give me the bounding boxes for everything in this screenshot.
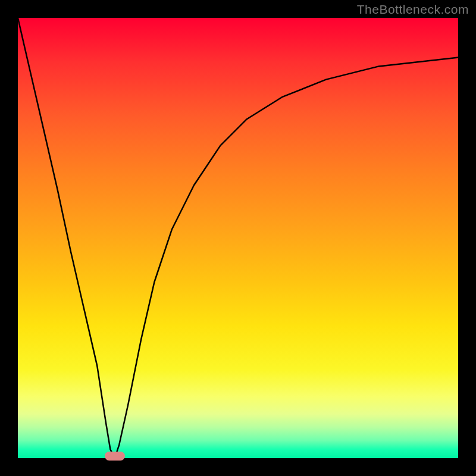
bottleneck-curve: [18, 18, 458, 458]
watermark-text: TheBottleneck.com: [357, 2, 469, 17]
optimal-point-marker: [105, 452, 125, 461]
plot-area: [18, 18, 458, 458]
chart-frame: TheBottleneck.com: [0, 0, 476, 476]
